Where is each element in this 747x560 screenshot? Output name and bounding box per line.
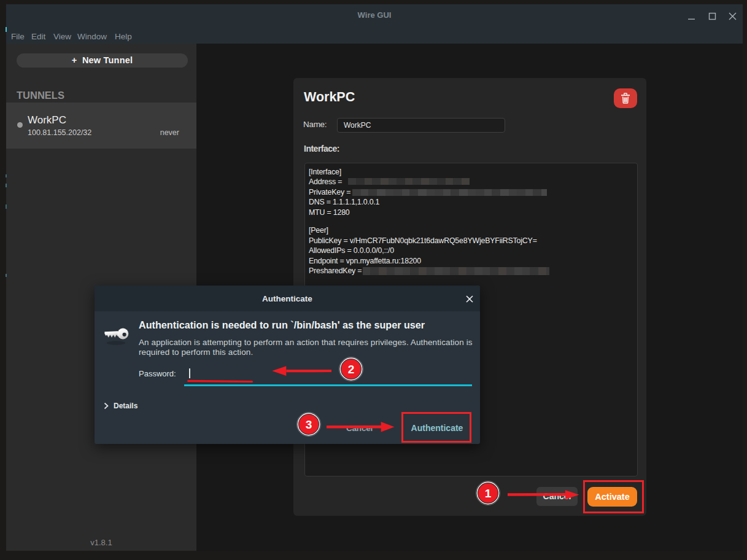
svg-text:2: 2 bbox=[348, 363, 355, 376]
svg-text:3: 3 bbox=[305, 418, 312, 431]
svg-text:1: 1 bbox=[485, 487, 492, 500]
